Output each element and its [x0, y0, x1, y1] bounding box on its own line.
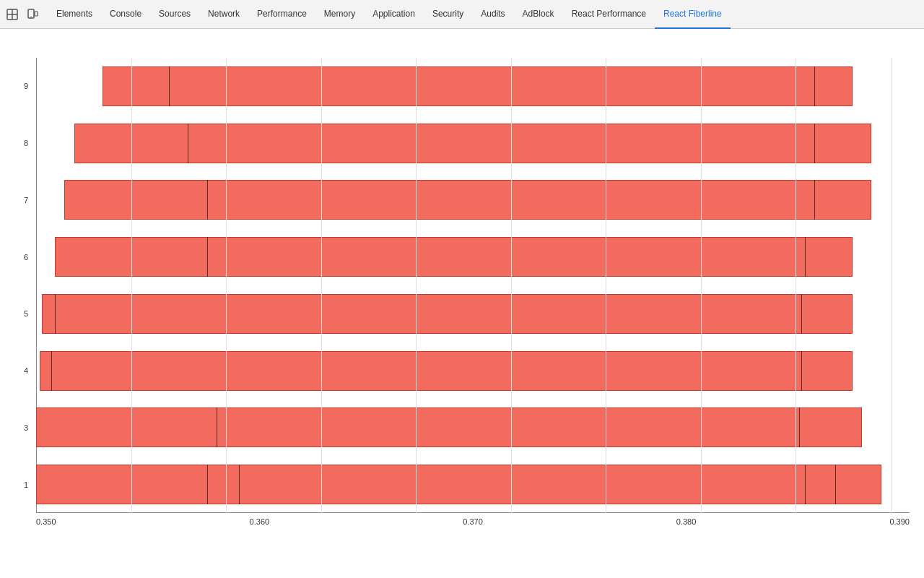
bar-segment-1	[36, 465, 881, 504]
bar-divider-4-1	[801, 351, 802, 391]
bar-divider-1-3	[835, 465, 836, 504]
bar-divider-5-1	[801, 294, 802, 334]
bar-row-3	[36, 400, 910, 457]
y-label-9: 9	[7, 59, 32, 113]
y-label-7: 7	[7, 173, 32, 227]
bar-divider-8-1	[814, 124, 815, 163]
grid-line	[701, 58, 702, 513]
bar-divider-9-0	[169, 66, 170, 106]
bar-segment-5	[42, 294, 853, 334]
bar-row-6	[36, 228, 910, 285]
bar-divider-4-0	[51, 351, 52, 391]
x-label-0380: 0.380	[676, 517, 697, 526]
inspect-icon[interactable]	[6, 8, 19, 21]
grid-line	[511, 58, 512, 513]
x-axis: 0.350 0.360 0.370 0.380 0.390	[36, 513, 910, 542]
bar-segment-4	[40, 351, 853, 391]
grid-line	[321, 58, 322, 513]
bar-row-7	[36, 172, 910, 229]
y-label-8: 8	[7, 116, 32, 171]
y-label-5: 5	[7, 287, 32, 341]
chart-container: 1 3 4 5 6 7 8 9 0.350 0.360 0.370 0.380 …	[7, 43, 917, 549]
y-label-6: 6	[7, 230, 32, 284]
bar-row-8	[36, 115, 910, 172]
bar-row-1	[36, 456, 910, 513]
svg-point-5	[30, 16, 32, 17]
y-label-3: 3	[7, 400, 32, 454]
bar-divider-6-0	[207, 237, 208, 277]
x-label-0390: 0.390	[889, 517, 910, 526]
tab-audits[interactable]: Audits	[472, 0, 513, 29]
tab-security[interactable]: Security	[424, 0, 472, 29]
bar-divider-1-2	[805, 465, 806, 504]
tab-network[interactable]: Network	[199, 0, 248, 29]
bar-segment-9	[103, 66, 853, 106]
x-label-0360: 0.360	[250, 517, 270, 526]
grid-line	[891, 58, 892, 513]
grid-line	[131, 58, 132, 513]
bar-segment-3	[36, 407, 862, 447]
grid-line	[796, 58, 796, 513]
bar-divider-3-0	[217, 407, 217, 447]
y-axis-labels: 1 3 4 5 6 7 8 9	[7, 58, 32, 513]
bar-divider-7-0	[207, 180, 208, 220]
tab-sources[interactable]: Sources	[150, 0, 199, 29]
bars-area	[36, 58, 910, 513]
bar-segment-7	[64, 180, 871, 220]
bar-divider-1-0	[207, 465, 208, 504]
svg-rect-4	[35, 12, 38, 16]
tab-react-fiberline[interactable]: React Fiberline	[655, 0, 731, 29]
x-label-0370: 0.370	[463, 517, 483, 526]
tab-memory[interactable]: Memory	[315, 0, 364, 29]
tab-react-performance[interactable]: React Performance	[563, 0, 655, 29]
bar-row-9	[36, 58, 910, 115]
tab-console[interactable]: Console	[101, 0, 150, 29]
grid-line	[416, 58, 417, 513]
grid-line	[606, 58, 606, 513]
toolbar-icons	[6, 8, 39, 21]
bar-row-5	[36, 285, 910, 342]
tab-adblock[interactable]: AdBlock	[514, 0, 563, 29]
bar-divider-9-1	[814, 66, 815, 106]
bar-divider-7-1	[814, 180, 815, 220]
devtools-toolbar: Elements Console Sources Network Perform…	[0, 0, 924, 29]
tab-application[interactable]: Application	[364, 0, 424, 29]
grid-line	[226, 58, 227, 513]
tab-performance[interactable]: Performance	[248, 0, 315, 29]
chart-area: 1 3 4 5 6 7 8 9 0.350 0.360 0.370 0.380 …	[0, 29, 924, 578]
device-icon[interactable]	[26, 8, 39, 21]
bar-divider-1-1	[239, 465, 240, 504]
bar-divider-5-0	[55, 294, 56, 334]
bar-divider-8-0	[188, 124, 188, 163]
bar-row-4	[36, 342, 910, 400]
x-label-0350: 0.350	[36, 517, 56, 526]
bar-divider-3-1	[799, 407, 800, 447]
bar-segment-6	[55, 237, 853, 277]
bar-segment-8	[74, 124, 872, 163]
tab-elements[interactable]: Elements	[48, 0, 101, 29]
y-label-1: 1	[7, 457, 32, 512]
bar-divider-6-1	[805, 237, 806, 277]
y-label-4: 4	[7, 344, 32, 398]
